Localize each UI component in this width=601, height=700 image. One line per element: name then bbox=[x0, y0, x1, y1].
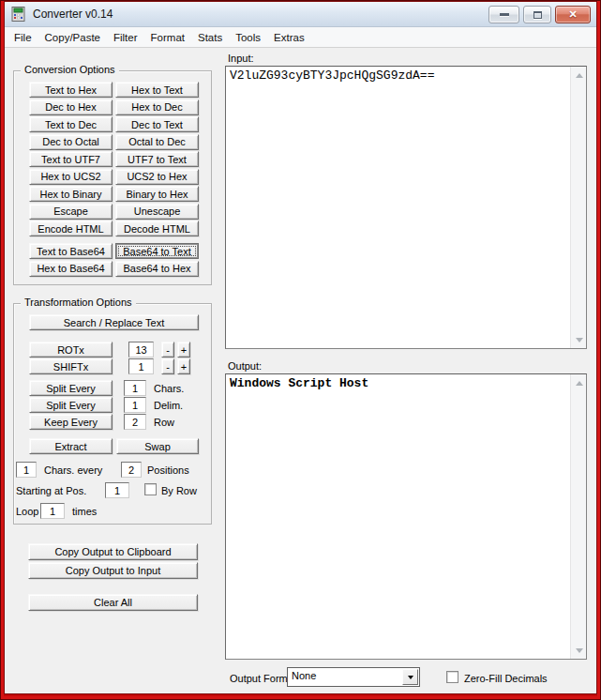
keep-row-unit-label: Row bbox=[154, 417, 174, 428]
input-label: Input: bbox=[228, 53, 254, 64]
menu-copy-paste[interactable]: Copy/Paste bbox=[38, 29, 107, 46]
hex-to-base64-button[interactable]: Hex to Base64 bbox=[29, 261, 113, 277]
dec-to-hex-button[interactable]: Dec to Hex bbox=[29, 99, 113, 115]
keep-every-button[interactable]: Keep Every bbox=[29, 414, 113, 430]
close-button[interactable]: ✕ bbox=[555, 6, 591, 23]
output-format-value: None bbox=[292, 670, 316, 681]
binary-to-hex-button[interactable]: Binary to Hex bbox=[115, 186, 199, 202]
transformation-options-title: Transformation Options bbox=[21, 297, 136, 308]
octal-to-dec-button[interactable]: Octal to Dec bbox=[115, 134, 199, 150]
zero-fill-checkbox[interactable] bbox=[446, 671, 458, 683]
transformation-options-group: Transformation Options Search / Replace … bbox=[13, 303, 212, 525]
scroll-down-icon[interactable] bbox=[571, 332, 587, 347]
app-icon bbox=[11, 7, 26, 22]
output-textarea[interactable]: Windows Script Host bbox=[226, 374, 570, 659]
chevron-down-icon bbox=[408, 676, 413, 679]
rotx-value-input[interactable] bbox=[128, 342, 154, 358]
shiftx-plus-button[interactable]: + bbox=[177, 358, 190, 374]
menu-extras[interactable]: Extras bbox=[267, 29, 311, 46]
text-to-hex-button[interactable]: Text to Hex bbox=[29, 82, 113, 98]
hex-to-binary-button[interactable]: Hex to Binary bbox=[29, 186, 113, 202]
positions-label: Positions bbox=[147, 464, 189, 476]
window-controls: ✕ bbox=[488, 6, 591, 23]
output-textbox: Windows Script Host bbox=[225, 373, 587, 660]
clear-all-button[interactable]: Clear All bbox=[28, 594, 198, 611]
input-scrollbar[interactable] bbox=[570, 67, 586, 348]
split-chars-unit-label: Chars. bbox=[154, 383, 184, 394]
hex-to-ucs2-button[interactable]: Hex to UCS2 bbox=[29, 169, 113, 185]
output-scrollbar[interactable] bbox=[570, 374, 586, 659]
menu-stats[interactable]: Stats bbox=[191, 29, 229, 46]
by-row-label: By Row bbox=[161, 485, 197, 496]
starting-pos-value-input[interactable] bbox=[105, 482, 129, 498]
shiftx-button[interactable]: SHIFTx bbox=[29, 358, 113, 374]
dec-to-octal-button[interactable]: Dec to Octal bbox=[29, 134, 113, 150]
loop-label: Loop bbox=[16, 506, 38, 517]
input-textbox: V2luZG93cyBTY3JpcHQgSG9zdA== bbox=[225, 66, 587, 349]
loop-value-input[interactable] bbox=[40, 503, 65, 519]
base64-to-text-button[interactable]: Base64 to Text bbox=[115, 243, 199, 259]
text-to-dec-button[interactable]: Text to Dec bbox=[29, 116, 113, 132]
menubar: File Copy/Paste Filter Format Stats Tool… bbox=[5, 27, 596, 48]
encode-html-button[interactable]: Encode HTML bbox=[29, 221, 113, 236]
extract-button[interactable]: Extract bbox=[29, 438, 113, 454]
hex-to-text-button[interactable]: Hex to Text bbox=[115, 82, 199, 98]
text-to-base64-button[interactable]: Text to Base64 bbox=[29, 243, 113, 259]
minimize-icon bbox=[500, 13, 509, 16]
chars-every-value-input[interactable] bbox=[16, 462, 37, 478]
starting-pos-label: Starting at Pos. bbox=[16, 485, 86, 496]
hex-to-dec-button[interactable]: Hex to Dec bbox=[115, 99, 199, 115]
rotx-minus-button[interactable]: - bbox=[161, 342, 174, 358]
keep-row-value-input[interactable] bbox=[124, 414, 146, 430]
split-every-chars-button[interactable]: Split Every bbox=[29, 380, 113, 396]
copy-output-to-clipboard-button[interactable]: Copy Output to Clipboard bbox=[28, 543, 198, 560]
conversion-options-title: Conversion Options bbox=[21, 64, 119, 75]
rotx-button[interactable]: ROTx bbox=[29, 342, 113, 358]
positions-value-input[interactable] bbox=[121, 462, 142, 478]
maximize-icon bbox=[533, 11, 542, 19]
menu-file[interactable]: File bbox=[8, 29, 38, 46]
menu-tools[interactable]: Tools bbox=[229, 29, 267, 46]
input-textarea[interactable]: V2luZG93cyBTY3JpcHQgSG9zdA== bbox=[226, 67, 570, 348]
loop-times-label: times bbox=[72, 506, 97, 517]
shiftx-minus-button[interactable]: - bbox=[161, 358, 174, 374]
scroll-up-icon[interactable] bbox=[571, 68, 587, 83]
ucs2-to-hex-button[interactable]: UCS2 to Hex bbox=[115, 169, 199, 185]
dropdown-arrow-button[interactable] bbox=[402, 669, 418, 685]
unescape-button[interactable]: Unescape bbox=[115, 204, 199, 220]
swap-button[interactable]: Swap bbox=[116, 438, 199, 454]
decode-html-button[interactable]: Decode HTML bbox=[115, 221, 199, 236]
split-every-delim-button[interactable]: Split Every bbox=[29, 397, 113, 413]
menu-format[interactable]: Format bbox=[144, 29, 191, 46]
base64-buttons: Text to Base64 Base64 to Text Hex to Bas… bbox=[29, 243, 199, 277]
split-chars-value-input[interactable] bbox=[124, 380, 146, 396]
utf7-to-text-button[interactable]: UTF7 to Text bbox=[115, 151, 199, 167]
zero-fill-label: Zero-Fill Decimals bbox=[464, 673, 548, 684]
conversion-buttons: Text to Hex Hex to Text Dec to Hex Hex t… bbox=[29, 82, 199, 236]
output-label: Output: bbox=[228, 360, 262, 372]
base64-to-hex-button[interactable]: Base64 to Hex bbox=[115, 261, 199, 277]
copy-output-to-input-button[interactable]: Copy Output to Input bbox=[28, 562, 198, 579]
client-area: Conversion Options Text to Hex Hex to Te… bbox=[5, 49, 596, 693]
scroll-down-icon[interactable] bbox=[571, 643, 587, 658]
search-replace-button[interactable]: Search / Replace Text bbox=[29, 314, 199, 330]
escape-button[interactable]: Escape bbox=[29, 204, 113, 220]
output-format-select[interactable]: None bbox=[287, 667, 420, 687]
menu-filter[interactable]: Filter bbox=[107, 29, 144, 46]
maximize-button[interactable] bbox=[523, 6, 551, 23]
by-row-checkbox[interactable] bbox=[144, 483, 157, 495]
window-title: Converter v0.14 bbox=[33, 8, 113, 21]
conversion-options-group: Conversion Options Text to Hex Hex to Te… bbox=[13, 70, 212, 285]
scroll-up-icon[interactable] bbox=[571, 375, 587, 390]
dec-to-text-button[interactable]: Dec to Text bbox=[115, 116, 199, 132]
split-delim-value-input[interactable] bbox=[124, 397, 146, 413]
rotx-plus-button[interactable]: + bbox=[177, 342, 190, 358]
shiftx-value-input[interactable] bbox=[128, 358, 154, 374]
close-icon: ✕ bbox=[568, 9, 577, 20]
titlebar[interactable]: Converter v0.14 ✕ bbox=[5, 2, 596, 27]
converter-window: Converter v0.14 ✕ File Copy/Paste Filter… bbox=[5, 2, 596, 693]
chars-every-label: Chars. every bbox=[44, 464, 102, 476]
window-frame: Converter v0.14 ✕ File Copy/Paste Filter… bbox=[0, 0, 601, 700]
text-to-utf7-button[interactable]: Text to UTF7 bbox=[29, 151, 113, 167]
minimize-button[interactable] bbox=[488, 6, 519, 23]
